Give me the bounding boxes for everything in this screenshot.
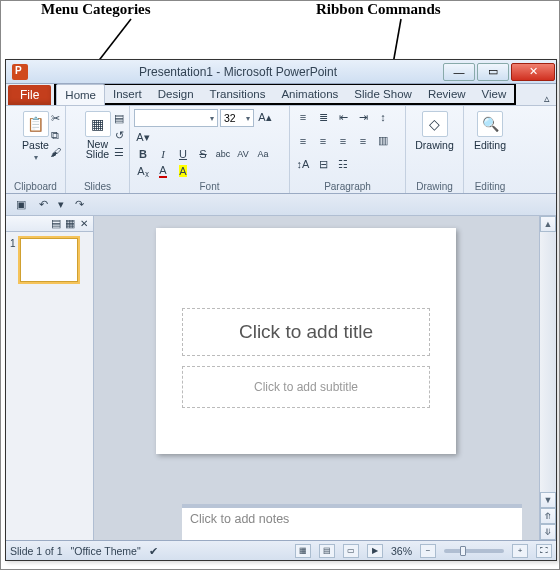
char-spacing-button[interactable]: AV (234, 146, 252, 162)
next-slide-icon[interactable]: ⤋ (540, 524, 556, 540)
outline-tab-icon[interactable]: ▤ (49, 218, 63, 230)
shrink-font-button[interactable]: A▾ (134, 129, 152, 145)
close-pane-icon[interactable]: ✕ (77, 218, 91, 229)
shapes-icon: ◇ (422, 111, 448, 137)
undo-button[interactable]: ↶ (34, 197, 52, 213)
new-slide-label: New Slide (86, 139, 109, 159)
tab-slideshow[interactable]: Slide Show (346, 84, 420, 104)
title-placeholder[interactable]: Click to add title (182, 308, 430, 356)
fit-window-button[interactable]: ⛶ (536, 544, 552, 558)
editing-button[interactable]: 🔍 Editing (468, 109, 512, 153)
group-editing: 🔍 Editing Editing (464, 106, 516, 193)
zoom-thumb[interactable] (460, 546, 466, 556)
thumbnails-header: ▤ ▦ ✕ (6, 216, 93, 232)
columns-button[interactable]: ▥ (374, 133, 392, 149)
thumbnail-preview (20, 238, 78, 282)
close-button[interactable]: ✕ (511, 63, 555, 81)
zoom-percent[interactable]: 36% (391, 545, 412, 557)
tab-design[interactable]: Design (150, 84, 202, 104)
reset-button[interactable]: ↺ (110, 127, 128, 143)
clipboard-icon: 📋 (23, 111, 49, 137)
ribbon-tabs-row: File Home Insert Design Transitions Anim… (6, 84, 556, 106)
thumbnail-item[interactable]: 1 (6, 232, 93, 288)
subtitle-placeholder[interactable]: Click to add subtitle (182, 366, 430, 408)
find-icon: 🔍 (477, 111, 503, 137)
group-slides: ▦ New Slide ▤ ↺ ☰ Slides (66, 106, 130, 193)
tab-review[interactable]: Review (420, 84, 474, 104)
copy-button[interactable]: ⧉ (46, 127, 64, 143)
zoom-slider[interactable] (444, 549, 504, 553)
group-paragraph: ≡ ≣ ⇤ ⇥ ↕ ≡ ≡ ≡ ≡ ▥ ↕A ⊟ ☷ Paragraph (290, 106, 406, 193)
new-slide-icon: ▦ (85, 111, 111, 137)
status-bar: Slide 1 of 1 "Office Theme" ✔ ▦ ▤ ▭ ▶ 36… (6, 540, 556, 560)
group-drawing: ◇ Drawing Drawing (406, 106, 464, 193)
italic-button[interactable]: I (154, 146, 172, 162)
zoom-in-button[interactable]: + (512, 544, 528, 558)
slide-thumbnails-pane: ▤ ▦ ✕ 1 (6, 216, 94, 540)
notes-pane[interactable]: Click to add notes (182, 504, 522, 540)
zoom-out-button[interactable]: − (420, 544, 436, 558)
change-case-button[interactable]: Aa (254, 146, 272, 162)
cut-button[interactable]: ✂ (46, 110, 64, 126)
title-bar: Presentation1 - Microsoft PowerPoint — ▭… (6, 60, 556, 84)
group-drawing-label: Drawing (410, 180, 459, 192)
vertical-scrollbar[interactable]: ▲ ▼ ⤊ ⤋ (539, 216, 556, 540)
numbering-button[interactable]: ≣ (314, 109, 332, 125)
bullets-button[interactable]: ≡ (294, 109, 312, 125)
font-size-select[interactable]: 32▾ (220, 109, 254, 127)
minimize-button[interactable]: — (443, 63, 475, 81)
group-clipboard-label: Clipboard (10, 180, 61, 192)
align-left-button[interactable]: ≡ (294, 133, 312, 149)
tab-home[interactable]: Home (56, 84, 105, 105)
justify-button[interactable]: ≡ (354, 133, 372, 149)
scroll-track[interactable] (540, 232, 556, 492)
slideshow-view-button[interactable]: ▶ (367, 544, 383, 558)
tab-file[interactable]: File (8, 85, 51, 105)
quick-access-toolbar: ▣ ↶ ▾ ↷ (6, 194, 556, 216)
underline-button[interactable]: U (174, 146, 192, 162)
bold-button[interactable]: B (134, 146, 152, 162)
redo-button[interactable]: ↷ (70, 197, 88, 213)
tab-transitions[interactable]: Transitions (202, 84, 274, 104)
tab-insert[interactable]: Insert (105, 84, 150, 104)
spellcheck-icon[interactable]: ✔ (149, 545, 158, 557)
font-color-button[interactable]: A (154, 163, 172, 179)
powerpoint-icon (12, 64, 28, 80)
clear-format-button[interactable]: Aᵪ (134, 163, 152, 179)
slide-canvas[interactable]: Click to add title Click to add subtitle… (94, 216, 539, 540)
maximize-button[interactable]: ▭ (477, 63, 509, 81)
group-font-label: Font (134, 180, 285, 192)
indent-dec-button[interactable]: ⇤ (334, 109, 352, 125)
undo-dropdown-icon[interactable]: ▾ (56, 197, 66, 213)
theme-indicator: "Office Theme" (71, 545, 141, 557)
align-right-button[interactable]: ≡ (334, 133, 352, 149)
slides-tab-icon[interactable]: ▦ (63, 218, 77, 230)
align-text-button[interactable]: ⊟ (314, 156, 332, 172)
reading-view-button[interactable]: ▭ (343, 544, 359, 558)
prev-slide-icon[interactable]: ⤊ (540, 508, 556, 524)
tab-animations[interactable]: Animations (273, 84, 346, 104)
drawing-button[interactable]: ◇ Drawing (410, 109, 459, 153)
highlight-button[interactable]: A (174, 163, 192, 179)
grow-font-button[interactable]: A▴ (256, 109, 274, 125)
scroll-up-icon[interactable]: ▲ (540, 216, 556, 232)
editing-label: Editing (474, 139, 506, 151)
tab-view[interactable]: View (474, 84, 515, 104)
group-slides-label: Slides (70, 180, 125, 192)
format-painter-button[interactable]: 🖌 (46, 144, 64, 160)
indent-inc-button[interactable]: ⇥ (354, 109, 372, 125)
normal-view-button[interactable]: ▦ (295, 544, 311, 558)
smartart-button[interactable]: ☷ (334, 156, 352, 172)
ribbon-collapse-icon[interactable]: ▵ (544, 92, 550, 105)
save-button[interactable]: ▣ (12, 197, 30, 213)
align-center-button[interactable]: ≡ (314, 133, 332, 149)
section-button[interactable]: ☰ (110, 144, 128, 160)
text-direction-button[interactable]: ↕A (294, 156, 312, 172)
shadow-button[interactable]: abc (214, 146, 232, 162)
sorter-view-button[interactable]: ▤ (319, 544, 335, 558)
font-family-select[interactable]: ▾ (134, 109, 218, 127)
layout-button[interactable]: ▤ (110, 110, 128, 126)
scroll-down-icon[interactable]: ▼ (540, 492, 556, 508)
line-spacing-button[interactable]: ↕ (374, 109, 392, 125)
strike-button[interactable]: S (194, 146, 212, 162)
